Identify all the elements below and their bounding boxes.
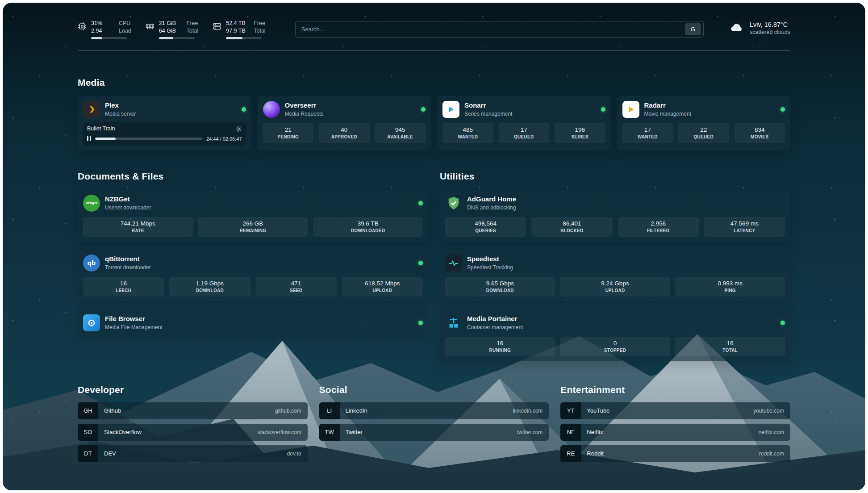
bookmark-abbr: NF	[560, 424, 581, 441]
stat-label: QUEUED	[501, 134, 548, 139]
bookmark-url: stackoverflow.com	[258, 429, 301, 435]
qbittorrent-icon-label: qb	[88, 259, 96, 267]
service-title: File Browser	[105, 315, 163, 323]
nzbget-stats: 744.21 MbpsRATE 266 GBREMAINING 39.6 TBD…	[83, 217, 423, 237]
stat-label: LEECH	[85, 288, 162, 293]
bookmark-github[interactable]: GH Github github.com	[78, 402, 308, 419]
status-dot	[418, 321, 423, 325]
bookmark-reddit[interactable]: RE Reddit reddit.com	[560, 445, 790, 462]
bookmark-dev[interactable]: DT DEV dev.to	[78, 445, 308, 462]
service-subtitle: Media File Management	[105, 324, 163, 330]
now-playing-title: Bullet Train	[87, 125, 115, 132]
service-card-speedtest[interactable]: Speedtest Speedtest Tracking 9.65 GbpsDO…	[440, 250, 790, 301]
overseerr-icon	[263, 101, 280, 118]
gear-icon[interactable]	[235, 125, 242, 132]
section-utilities: Utilities AdGuard Home DNS and adblockin…	[440, 171, 790, 361]
section-media: Media Plex Media server	[78, 77, 790, 150]
service-title: Radarr	[644, 101, 691, 109]
plex-titles: Plex Media server	[105, 101, 136, 117]
stat-value: 196	[556, 126, 604, 133]
service-subtitle: Movie management	[644, 111, 691, 117]
stat-value: 16	[447, 340, 553, 347]
stat-value: 0.993 ms	[677, 280, 783, 287]
cpu-icon	[78, 22, 87, 31]
service-title: Sonarr	[464, 101, 512, 109]
bookmark-youtube[interactable]: YT YouTube youtube.com	[560, 402, 790, 419]
two-column-sections: Documents & Files nzbget NZBGet Usenet d…	[78, 171, 790, 361]
stat-value: 266 GB	[200, 220, 306, 227]
stat: 0STOPPED	[560, 337, 670, 356]
playback-progress-bar[interactable]	[95, 138, 202, 140]
service-card-nzbget[interactable]: nzbget NZBGet Usenet downloader 744.21 M…	[78, 190, 428, 242]
bookmark-name: Twitter	[346, 429, 363, 435]
stat: 485WANTED	[442, 123, 493, 143]
bookmarks-section: Developer GH Github github.com SO StackO…	[78, 384, 790, 486]
status-dot	[421, 107, 426, 112]
service-card-overseerr[interactable]: Overseerr Media Requests 21PENDING 40APP…	[258, 96, 431, 150]
service-card-filebrowser[interactable]: File Browser Media File Management	[78, 309, 428, 336]
service-card-radarr[interactable]: Radarr Movie management 17WANTED 22QUEUE…	[617, 96, 791, 150]
bookmark-name: DEV	[104, 450, 116, 457]
weather-text: Lviv, 16.87°C scattered clouds	[750, 21, 790, 35]
stat-label: APPROVED	[321, 134, 368, 139]
stat-label: UPLOAD	[562, 288, 668, 293]
resource-widgets: 31%CPU 2.94Load 21 GiBFree 64 GiBTotal	[78, 20, 266, 39]
service-card-qbittorrent[interactable]: qb qBittorrent Torrent downloader 16LEEC…	[78, 250, 428, 301]
adguard-titles: AdGuard Home DNS and adblocking	[467, 195, 516, 211]
stat-label: SERIES	[556, 134, 604, 139]
bookmark-url: youtube.com	[753, 408, 784, 414]
status-dot	[780, 321, 785, 325]
bookmark-url: dev.to	[287, 451, 301, 457]
search-box[interactable]: G	[295, 21, 704, 38]
service-subtitle: DNS and adblocking	[467, 205, 516, 211]
service-card-portainer[interactable]: Media Portainer Container management 16R…	[440, 309, 790, 361]
stat: 498,564QUERIES	[445, 217, 526, 237]
stat-label: SEED	[258, 288, 335, 293]
service-subtitle: Media server	[105, 111, 136, 117]
bookmark-abbr: LI	[319, 402, 340, 419]
cloud-icon	[730, 21, 744, 35]
stat: 196SERIES	[555, 123, 605, 143]
search-input[interactable]	[301, 26, 685, 33]
bookmark-netflix[interactable]: NF Netflix netflix.com	[560, 424, 790, 441]
stat-label: REMAINING	[200, 228, 306, 233]
service-subtitle: Series management	[464, 111, 512, 117]
bookmark-twitter[interactable]: TW Twitter twitter.com	[319, 424, 549, 441]
stat: 21PENDING	[263, 123, 314, 143]
service-card-adguard[interactable]: AdGuard Home DNS and adblocking 498,564Q…	[440, 190, 790, 242]
bookmark-url: twitter.com	[517, 429, 542, 435]
status-dot	[242, 107, 246, 112]
search-provider-button[interactable]: G	[685, 23, 701, 35]
overseerr-titles: Overseerr Media Requests	[285, 101, 324, 117]
bookmark-stackoverflow[interactable]: SO StackOverflow stackoverflow.com	[78, 424, 308, 441]
stat: 16TOTAL	[675, 337, 785, 356]
weather-condition: scattered clouds	[750, 29, 790, 35]
media-heading: Media	[78, 77, 790, 88]
portainer-titles: Media Portainer Container management	[467, 315, 523, 330]
stat: 266 GBREMAINING	[198, 217, 308, 237]
weather-widget: Lviv, 16.87°C scattered clouds	[730, 21, 790, 35]
disk-total-label: Total	[254, 27, 265, 35]
pause-icon[interactable]	[87, 136, 91, 141]
service-title: AdGuard Home	[467, 195, 516, 203]
service-card-sonarr[interactable]: Sonarr Series management 485WANTED 17QUE…	[437, 96, 611, 150]
bookmark-abbr: RE	[560, 445, 581, 462]
filebrowser-icon	[83, 314, 100, 331]
stat: 618.52 MbpsUPLOAD	[342, 277, 423, 297]
section-files: Documents & Files nzbget NZBGet Usenet d…	[78, 171, 428, 361]
stat: 47.569 msLATENCY	[704, 217, 785, 237]
speedtest-stats: 9.65 GbpsDOWNLOAD 9.24 GbpsUPLOAD 0.993 …	[445, 277, 785, 297]
bookmark-name: Github	[104, 407, 121, 414]
cpu-label: CPU	[119, 20, 130, 27]
cpu-readout: 31%CPU 2.94Load	[91, 20, 131, 39]
status-dot	[601, 107, 605, 112]
stat-value: 9.24 Gbps	[562, 280, 668, 287]
stat-label: FILTERED	[620, 228, 697, 233]
bookmark-linkedin[interactable]: LI LinkedIn linkedin.com	[319, 402, 549, 419]
header-divider	[78, 50, 790, 50]
radarr-titles: Radarr Movie management	[644, 101, 691, 117]
disk-progress-bar	[226, 37, 262, 39]
memory-widget: 21 GiBFree 64 GiBTotal	[146, 20, 198, 39]
service-card-plex[interactable]: Plex Media server Bullet Train	[78, 96, 251, 150]
bookmark-url: reddit.com	[759, 451, 784, 457]
